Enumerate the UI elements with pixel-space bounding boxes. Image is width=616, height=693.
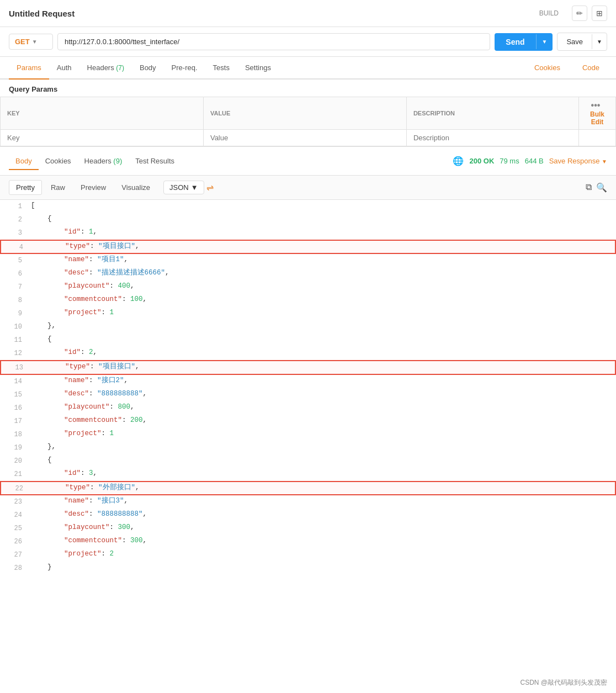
resp-tab-body[interactable]: Body	[9, 152, 39, 170]
line-content: "commentcount": 100,	[31, 294, 612, 305]
json-line: 5 "name": "项目1",	[0, 254, 616, 267]
send-button[interactable]: Send ▼	[495, 33, 553, 51]
tab-tests[interactable]: Tests	[205, 57, 237, 78]
json-line: 13 "type": "项目接口",	[0, 360, 616, 374]
json-viewer: 1[2 {3 "id": 1,4 "type": "项目接口",5 "name"…	[0, 200, 616, 575]
response-meta: 🌐 200 OK 79 ms 644 B Save Response ▼	[453, 156, 607, 166]
line-content: "project": 1	[31, 428, 612, 440]
tab-auth[interactable]: Auth	[49, 57, 79, 78]
wrap-icon[interactable]: ⇌	[206, 182, 214, 193]
format-type-chevron-icon: ▼	[191, 183, 198, 192]
json-line: 18 "project": 1	[0, 428, 616, 441]
resp-tab-cookies[interactable]: Cookies	[39, 152, 78, 170]
format-tab-pretty[interactable]: Pretty	[9, 180, 42, 195]
json-line: 14 "name": "接口2",	[0, 375, 616, 388]
col-header-desc: DESCRIPTION	[406, 97, 578, 130]
save-button[interactable]: Save ▼	[557, 33, 607, 51]
tab-cookies[interactable]: Cookies	[527, 57, 568, 78]
copy-response-icon[interactable]: ⧉	[586, 182, 592, 193]
line-content: "commentcount": 200,	[31, 415, 612, 426]
url-input[interactable]	[57, 33, 490, 50]
line-number: 26	[4, 535, 22, 547]
format-tab-visualize[interactable]: Visualize	[115, 181, 157, 194]
json-line: 3 "id": 1,	[0, 226, 616, 240]
line-content: "type": "外部接口",	[32, 482, 610, 494]
line-number: 24	[4, 509, 22, 521]
resp-tab-headers[interactable]: Headers (9)	[78, 152, 129, 170]
more-options-icon[interactable]: •••	[591, 100, 601, 110]
format-tab-preview[interactable]: Preview	[74, 181, 113, 194]
line-content: "id": 2,	[31, 347, 612, 358]
line-number: 1	[4, 200, 22, 212]
status-badge: 200 OK	[469, 157, 494, 165]
line-content: }	[31, 562, 612, 573]
json-line: 22 "type": "外部接口",	[0, 481, 616, 495]
json-line: 7 "playcount": 400,	[0, 281, 616, 294]
format-type-select[interactable]: JSON ▼	[163, 181, 204, 194]
line-content: "id": 3,	[31, 468, 612, 479]
json-line: 17 "commentcount": 200,	[0, 415, 616, 428]
line-content: "id": 1,	[31, 226, 612, 238]
desc-input[interactable]	[407, 130, 578, 146]
line-number: 8	[4, 294, 22, 306]
method-select[interactable]: GET ▼	[9, 34, 53, 50]
build-label: BUILD	[539, 9, 559, 17]
query-params-section: Query Params KEY VALUE DESCRIPTION ••• B…	[0, 80, 616, 147]
line-content: {	[31, 334, 612, 345]
copy-icon[interactable]: ⊞	[592, 6, 607, 21]
line-number: 5	[4, 254, 22, 266]
save-response-button[interactable]: Save Response ▼	[549, 157, 607, 165]
search-response-icon[interactable]: 🔍	[596, 182, 607, 193]
json-line: 12 "id": 2,	[0, 347, 616, 360]
format-bar: Pretty Raw Preview Visualize JSON ▼ ⇌ ⧉ …	[0, 176, 616, 200]
json-line: 27 "project": 2	[0, 548, 616, 562]
url-bar: GET ▼ Send ▼ Save ▼	[0, 27, 616, 57]
line-content: "desc": "888888888",	[31, 388, 612, 400]
send-label: Send	[495, 33, 535, 51]
tab-code[interactable]: Code	[575, 57, 607, 78]
line-number: 7	[4, 281, 22, 293]
line-content: "playcount": 800,	[31, 401, 612, 413]
line-number: 18	[4, 428, 22, 440]
json-line: 23 "name": "接口3",	[0, 495, 616, 509]
tab-headers[interactable]: Headers (7)	[79, 57, 132, 78]
table-row	[1, 130, 616, 146]
json-line: 9 "project": 1	[0, 307, 616, 320]
json-line: 2 {	[0, 213, 616, 226]
response-header: Body Cookies Headers (9) Test Results 🌐 …	[0, 147, 616, 176]
line-number: 10	[4, 320, 22, 332]
bulk-edit-link[interactable]: Bulk Edit	[590, 110, 604, 126]
key-input[interactable]	[1, 130, 203, 146]
json-line: 26 "commentcount": 300,	[0, 535, 616, 548]
method-chevron-icon: ▼	[32, 39, 38, 45]
app-header: Untitled Request BUILD ✏ ⊞	[0, 0, 616, 27]
line-number: 3	[4, 226, 22, 239]
send-dropdown-icon[interactable]: ▼	[536, 34, 553, 49]
request-tabs-bar: Params Auth Headers (7) Body Pre-req. Te…	[0, 57, 616, 80]
line-content: "desc": "888888888",	[31, 509, 612, 520]
line-number: 15	[4, 388, 22, 400]
response-time: 79 ms	[500, 157, 519, 165]
line-number: 19	[4, 441, 22, 453]
save-response-chevron-icon: ▼	[602, 158, 607, 165]
line-number: 23	[4, 495, 22, 507]
tab-body[interactable]: Body	[132, 57, 164, 78]
tab-params[interactable]: Params	[9, 57, 49, 78]
line-content: "type": "项目接口",	[32, 361, 610, 373]
format-type-label: JSON	[169, 183, 189, 192]
format-tab-raw[interactable]: Raw	[44, 181, 72, 194]
edit-icon[interactable]: ✏	[572, 6, 587, 21]
save-dropdown-icon[interactable]: ▼	[592, 34, 607, 49]
line-number: 6	[4, 267, 22, 279]
line-content: "name": "项目1",	[31, 254, 612, 266]
tab-prereq[interactable]: Pre-req.	[164, 57, 205, 78]
tab-settings[interactable]: Settings	[237, 57, 279, 78]
line-number: 20	[4, 454, 22, 467]
json-line: 6 "desc": "描述描述描述6666",	[0, 267, 616, 281]
line-content: },	[31, 441, 612, 453]
json-line: 21 "id": 3,	[0, 468, 616, 481]
value-input[interactable]	[204, 130, 406, 146]
line-content: "project": 2	[31, 548, 612, 560]
line-number: 25	[4, 522, 22, 534]
resp-tab-test-results[interactable]: Test Results	[129, 152, 181, 170]
